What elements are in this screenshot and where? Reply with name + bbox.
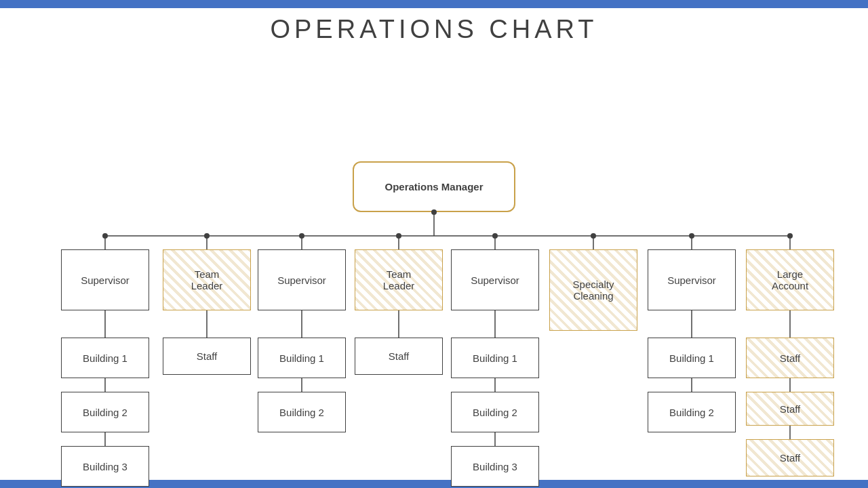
supervisor4-box: Supervisor bbox=[648, 249, 736, 310]
b1-sup3-box: Building 1 bbox=[451, 338, 539, 378]
dot-h4 bbox=[396, 233, 401, 239]
b1-sup4-box: Building 1 bbox=[648, 338, 736, 378]
b3-sup3-box: Building 3 bbox=[451, 446, 539, 487]
b1-sup1-label: Building 1 bbox=[83, 352, 127, 364]
b3-sup3-label: Building 3 bbox=[473, 461, 517, 472]
b2-sup3-label: Building 2 bbox=[473, 407, 517, 418]
b1-sup2-box: Building 1 bbox=[258, 338, 346, 378]
staff-la2-label: Staff bbox=[780, 403, 801, 415]
main-content: OPERATIONS CHART bbox=[0, 8, 868, 480]
dot-h5 bbox=[492, 233, 498, 239]
large-account-box: Large Account bbox=[746, 249, 834, 310]
b2-sup2-box: Building 2 bbox=[258, 392, 346, 432]
supervisor2-box: Supervisor bbox=[258, 249, 346, 310]
staff-tl2-box: Staff bbox=[355, 338, 443, 375]
b2-sup1-box: Building 2 bbox=[61, 392, 149, 432]
dot-om bbox=[431, 209, 437, 215]
ops-manager-label: Operations Manager bbox=[384, 181, 483, 192]
staff-tl2-label: Staff bbox=[389, 350, 410, 362]
specialty-label: Specialty Cleaning bbox=[573, 279, 614, 302]
tl2-box: Team Leader bbox=[355, 249, 443, 310]
b2-sup4-box: Building 2 bbox=[648, 392, 736, 432]
supervisor1-box: Supervisor bbox=[61, 249, 149, 310]
b2-sup3-box: Building 2 bbox=[451, 392, 539, 432]
staff-la3-box: Staff bbox=[746, 439, 834, 476]
tl1-label: Team Leader bbox=[191, 268, 223, 291]
large-account-label: Large Account bbox=[772, 268, 808, 291]
staff-la2-box: Staff bbox=[746, 392, 834, 426]
dot-h6 bbox=[591, 233, 596, 239]
specialty-box: Specialty Cleaning bbox=[549, 249, 637, 331]
b2-sup4-label: Building 2 bbox=[669, 407, 714, 418]
page-title: OPERATIONS CHART bbox=[270, 15, 597, 44]
staff-tl1-label: Staff bbox=[197, 350, 218, 362]
dot-h3 bbox=[299, 233, 304, 239]
staff-la1-box: Staff bbox=[746, 338, 834, 378]
b1-sup3-label: Building 1 bbox=[473, 352, 517, 364]
supervisor4-label: Supervisor bbox=[667, 274, 716, 286]
b2-sup2-label: Building 2 bbox=[279, 407, 324, 418]
dot-h8 bbox=[787, 233, 793, 239]
b1-sup2-label: Building 1 bbox=[279, 352, 324, 364]
dot-h2 bbox=[204, 233, 210, 239]
top-bar bbox=[0, 0, 868, 8]
tl1-box: Team Leader bbox=[163, 249, 251, 310]
org-chart: Operations Manager Supervisor Building 1… bbox=[14, 56, 854, 480]
b2-sup1-label: Building 2 bbox=[83, 407, 127, 418]
supervisor3-box: Supervisor bbox=[451, 249, 539, 310]
b1-sup1-box: Building 1 bbox=[61, 338, 149, 378]
staff-la1-label: Staff bbox=[780, 352, 801, 364]
b1-sup4-label: Building 1 bbox=[669, 352, 714, 364]
tl2-label: Team Leader bbox=[383, 268, 415, 291]
supervisor2-label: Supervisor bbox=[277, 274, 326, 286]
staff-tl1-box: Staff bbox=[163, 338, 251, 375]
dot-h1 bbox=[102, 233, 108, 239]
b3-sup1-box: Building 3 bbox=[61, 446, 149, 487]
b3-sup1-label: Building 3 bbox=[83, 461, 127, 472]
dot-h7 bbox=[689, 233, 694, 239]
supervisor3-label: Supervisor bbox=[471, 274, 519, 286]
ops-manager-box: Operations Manager bbox=[353, 161, 515, 212]
staff-la3-label: Staff bbox=[780, 452, 801, 464]
supervisor1-label: Supervisor bbox=[81, 274, 130, 286]
